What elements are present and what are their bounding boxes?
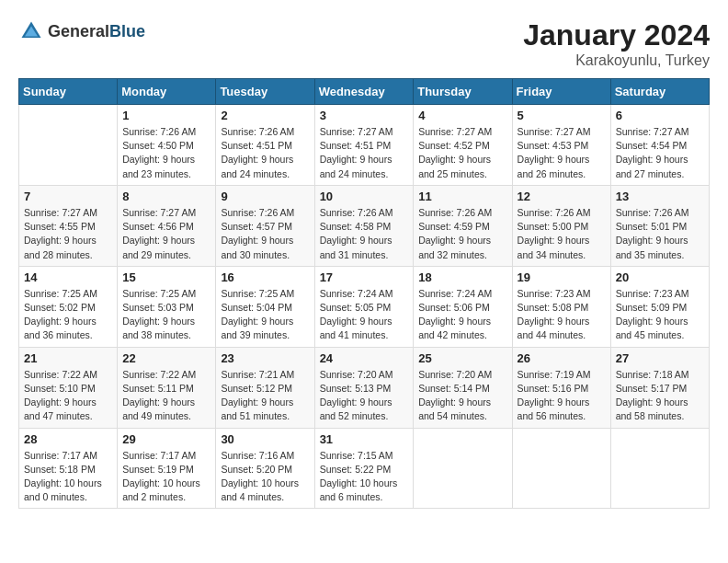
day-info: Sunrise: 7:20 AMSunset: 5:13 PMDaylight:… [320,368,409,424]
day-info: Sunrise: 7:26 AMSunset: 4:51 PMDaylight:… [221,125,309,181]
calendar-cell: 8Sunrise: 7:27 AMSunset: 4:56 PMDaylight… [118,185,216,266]
calendar-cell: 31Sunrise: 7:15 AMSunset: 5:22 PMDayligh… [314,428,414,509]
day-number: 19 [518,270,606,284]
day-info: Sunrise: 7:27 AMSunset: 4:51 PMDaylight:… [320,125,409,181]
logo-text-general: General [48,22,109,40]
page-header: GeneralBlue January 2024 Karakoyunlu, Tu… [18,18,710,69]
day-info: Sunrise: 7:25 AMSunset: 5:04 PMDaylight:… [221,287,309,343]
calendar-cell: 28Sunrise: 7:17 AMSunset: 5:18 PMDayligh… [19,428,118,509]
calendar-body: 1Sunrise: 7:26 AMSunset: 4:50 PMDaylight… [19,105,710,509]
weekday-header: Wednesday [314,79,414,105]
day-number: 1 [122,109,210,122]
title-block: January 2024 Karakoyunlu, Turkey [523,18,710,69]
day-number: 16 [221,270,309,284]
calendar-header: SundayMondayTuesdayWednesdayThursdayFrid… [19,79,710,105]
month-year: January 2024 [523,18,710,52]
day-number: 5 [518,109,606,122]
day-info: Sunrise: 7:26 AMSunset: 5:01 PMDaylight:… [616,206,704,262]
weekday-header: Sunday [19,79,118,105]
weekday-header: Thursday [414,79,512,105]
day-number: 30 [221,432,309,446]
day-number: 24 [320,351,409,365]
day-info: Sunrise: 7:26 AMSunset: 4:57 PMDaylight:… [221,206,309,262]
day-number: 8 [122,190,210,203]
calendar-table: SundayMondayTuesdayWednesdayThursdayFrid… [18,78,710,509]
day-info: Sunrise: 7:26 AMSunset: 4:58 PMDaylight:… [320,206,409,262]
day-number: 25 [418,351,506,365]
calendar-cell: 13Sunrise: 7:26 AMSunset: 5:01 PMDayligh… [610,185,709,266]
day-info: Sunrise: 7:25 AMSunset: 5:03 PMDaylight:… [122,287,210,343]
day-info: Sunrise: 7:20 AMSunset: 5:14 PMDaylight:… [418,368,506,424]
calendar-cell: 23Sunrise: 7:21 AMSunset: 5:12 PMDayligh… [216,347,314,428]
calendar-cell: 22Sunrise: 7:22 AMSunset: 5:11 PMDayligh… [118,347,216,428]
day-number: 2 [221,109,309,122]
calendar-cell: 15Sunrise: 7:25 AMSunset: 5:03 PMDayligh… [118,266,216,347]
day-number: 3 [320,109,409,122]
calendar-cell: 5Sunrise: 7:27 AMSunset: 4:53 PMDaylight… [512,105,610,186]
day-info: Sunrise: 7:26 AMSunset: 4:59 PMDaylight:… [418,206,506,262]
day-info: Sunrise: 7:27 AMSunset: 4:56 PMDaylight:… [122,206,210,262]
calendar-cell [19,105,118,186]
day-number: 14 [24,270,112,284]
calendar-cell: 24Sunrise: 7:20 AMSunset: 5:13 PMDayligh… [314,347,414,428]
day-number: 20 [616,270,704,284]
day-info: Sunrise: 7:22 AMSunset: 5:10 PMDaylight:… [24,368,112,424]
weekday-header: Monday [118,79,216,105]
day-number: 13 [616,190,704,203]
calendar-cell: 9Sunrise: 7:26 AMSunset: 4:57 PMDaylight… [216,185,314,266]
day-number: 7 [24,190,112,203]
day-info: Sunrise: 7:18 AMSunset: 5:17 PMDaylight:… [616,368,704,424]
calendar-week-row: 21Sunrise: 7:22 AMSunset: 5:10 PMDayligh… [19,347,710,428]
day-info: Sunrise: 7:26 AMSunset: 4:50 PMDaylight:… [122,125,210,181]
day-info: Sunrise: 7:23 AMSunset: 5:08 PMDaylight:… [518,287,606,343]
calendar-cell: 26Sunrise: 7:19 AMSunset: 5:16 PMDayligh… [512,347,610,428]
logo-text-blue: Blue [109,22,145,40]
day-number: 22 [122,351,210,365]
calendar-week-row: 14Sunrise: 7:25 AMSunset: 5:02 PMDayligh… [19,266,710,347]
calendar-cell: 2Sunrise: 7:26 AMSunset: 4:51 PMDaylight… [216,105,314,186]
calendar-cell: 11Sunrise: 7:26 AMSunset: 4:59 PMDayligh… [414,185,512,266]
day-number: 12 [518,190,606,203]
weekday-header: Friday [512,79,610,105]
logo: GeneralBlue [18,18,145,44]
calendar-cell [414,428,512,509]
day-number: 31 [320,432,409,446]
calendar-week-row: 7Sunrise: 7:27 AMSunset: 4:55 PMDaylight… [19,185,710,266]
calendar-cell: 3Sunrise: 7:27 AMSunset: 4:51 PMDaylight… [314,105,414,186]
day-number: 27 [616,351,704,365]
day-info: Sunrise: 7:27 AMSunset: 4:52 PMDaylight:… [418,125,506,181]
day-info: Sunrise: 7:19 AMSunset: 5:16 PMDaylight:… [518,368,606,424]
calendar-cell: 21Sunrise: 7:22 AMSunset: 5:10 PMDayligh… [19,347,118,428]
day-info: Sunrise: 7:22 AMSunset: 5:11 PMDaylight:… [122,368,210,424]
calendar-cell: 10Sunrise: 7:26 AMSunset: 4:58 PMDayligh… [314,185,414,266]
day-info: Sunrise: 7:23 AMSunset: 5:09 PMDaylight:… [616,287,704,343]
day-number: 18 [418,270,506,284]
day-info: Sunrise: 7:27 AMSunset: 4:54 PMDaylight:… [616,125,704,181]
day-number: 21 [24,351,112,365]
day-number: 23 [221,351,309,365]
day-info: Sunrise: 7:15 AMSunset: 5:22 PMDaylight:… [320,449,409,505]
weekday-row: SundayMondayTuesdayWednesdayThursdayFrid… [19,79,710,105]
day-info: Sunrise: 7:26 AMSunset: 5:00 PMDaylight:… [518,206,606,262]
calendar-cell: 25Sunrise: 7:20 AMSunset: 5:14 PMDayligh… [414,347,512,428]
day-number: 10 [320,190,409,203]
day-info: Sunrise: 7:24 AMSunset: 5:05 PMDaylight:… [320,287,409,343]
calendar-cell: 29Sunrise: 7:17 AMSunset: 5:19 PMDayligh… [118,428,216,509]
calendar-cell: 30Sunrise: 7:16 AMSunset: 5:20 PMDayligh… [216,428,314,509]
day-info: Sunrise: 7:27 AMSunset: 4:53 PMDaylight:… [518,125,606,181]
day-number: 11 [418,190,506,203]
calendar-cell: 6Sunrise: 7:27 AMSunset: 4:54 PMDaylight… [610,105,709,186]
day-info: Sunrise: 7:25 AMSunset: 5:02 PMDaylight:… [24,287,112,343]
day-number: 9 [221,190,309,203]
calendar-cell: 19Sunrise: 7:23 AMSunset: 5:08 PMDayligh… [512,266,610,347]
day-number: 28 [24,432,112,446]
weekday-header: Tuesday [216,79,314,105]
calendar-cell [512,428,610,509]
day-number: 26 [518,351,606,365]
weekday-header: Saturday [610,79,709,105]
day-number: 29 [122,432,210,446]
calendar-cell: 1Sunrise: 7:26 AMSunset: 4:50 PMDaylight… [118,105,216,186]
day-info: Sunrise: 7:17 AMSunset: 5:19 PMDaylight:… [122,449,210,505]
day-info: Sunrise: 7:17 AMSunset: 5:18 PMDaylight:… [24,449,112,505]
day-info: Sunrise: 7:16 AMSunset: 5:20 PMDaylight:… [221,449,309,505]
